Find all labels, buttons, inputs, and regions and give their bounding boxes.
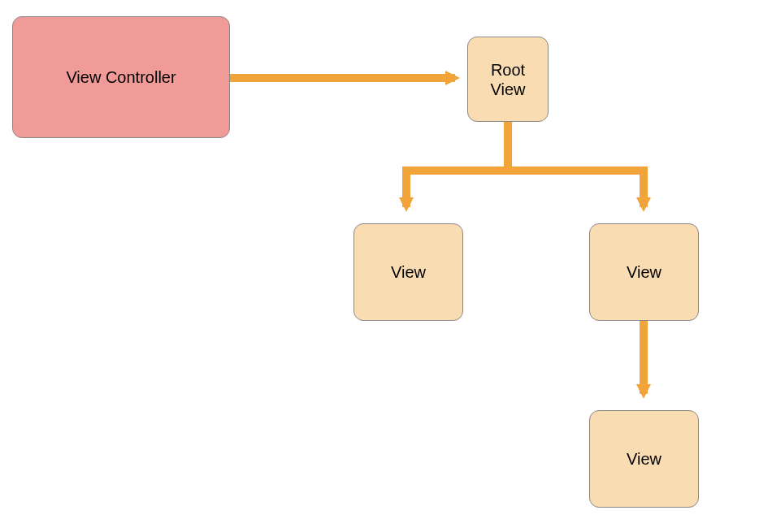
view-controller-node: View Controller (12, 16, 230, 138)
right-view-node: View (589, 223, 699, 321)
root-view-label-line2: View (491, 80, 526, 99)
bottom-view-label: View (627, 450, 661, 469)
root-view-label-line1: Root (491, 60, 526, 80)
view-controller-label: View Controller (66, 68, 176, 87)
root-view-node: Root View (467, 37, 549, 122)
bottom-view-node: View (589, 410, 699, 508)
arrow-root-to-left-view (406, 122, 508, 207)
left-view-node: View (353, 223, 463, 321)
right-view-label: View (627, 263, 661, 282)
arrow-root-to-right-view (508, 122, 644, 207)
left-view-label: View (391, 263, 426, 282)
